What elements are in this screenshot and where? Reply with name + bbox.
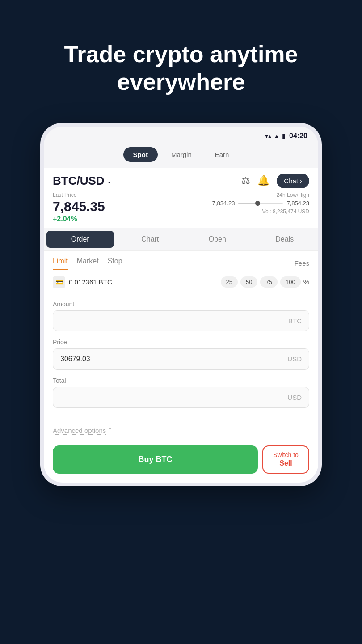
nav-tab-margin[interactable]: Margin (161, 147, 202, 162)
hero-title: Trade crypto anytime everywhere (0, 40, 362, 96)
price-slider (238, 203, 283, 204)
signal-icon: ▲ (274, 132, 280, 140)
switch-to-label: Switch to (267, 451, 305, 459)
tab-row: Order Chart Open Deals (44, 228, 318, 251)
price-value: 30679.03 (60, 355, 90, 363)
balance-row: 💳 0.012361 BTC 25 50 75 100 % (44, 270, 318, 293)
last-price-value: 7,845.35 (53, 199, 105, 214)
scale-icon[interactable]: ⚖ (241, 175, 250, 186)
top-nav: Spot Margin Earn (44, 143, 318, 168)
bottom-buttons: Buy BTC Switch to Sell (44, 441, 318, 483)
price-currency: USD (287, 355, 302, 363)
amount-group: Amount BTC (53, 301, 309, 331)
total-input-row[interactable]: USD (53, 387, 309, 408)
bell-icon[interactable]: 🔔 (257, 175, 269, 186)
price-label: Price (53, 339, 309, 346)
pct-50-button[interactable]: 50 (240, 276, 257, 288)
form-area: Amount BTC Price 30679.03 USD Total (44, 293, 318, 422)
nav-tab-spot[interactable]: Spot (123, 147, 158, 162)
pair-selector[interactable]: BTC/USD ⌄ (53, 174, 112, 188)
volume-text: Vol: 8,235,474 USD (212, 208, 309, 215)
pct-buttons: 25 50 75 100 % (221, 276, 309, 288)
amount-currency: BTC (288, 317, 302, 325)
price-group: Price 30679.03 USD (53, 339, 309, 370)
price-change: +2.04% (53, 215, 105, 223)
amount-label: Amount (53, 301, 309, 308)
tab-chart[interactable]: Chart (117, 228, 184, 250)
phone-screen: ▾▴ ▲ ▮ 04:20 Spot Margin Earn BTC/USD ⌄ … (44, 127, 318, 483)
pct-25-button[interactable]: 25 (221, 276, 238, 288)
buy-button[interactable]: Buy BTC (53, 445, 258, 474)
high-low-label: 24h Low/High (212, 192, 309, 198)
low-price: 7,834.23 (212, 200, 235, 207)
advanced-chevron-icon: ˅ (109, 427, 112, 434)
amount-input-row[interactable]: BTC (53, 310, 309, 331)
order-type-row: Limit Market Stop Fees (44, 251, 318, 270)
balance-value: 0.012361 BTC (69, 278, 112, 286)
pct-100-button[interactable]: 100 (280, 276, 301, 288)
fees-button[interactable]: Fees (295, 259, 309, 267)
nav-tab-earn[interactable]: Earn (205, 147, 239, 162)
tab-order[interactable]: Order (46, 231, 114, 248)
sell-label: Sell (267, 459, 305, 468)
pair-name: BTC/USD (53, 174, 105, 188)
last-price-label: Last Price (53, 192, 105, 198)
balance-left: 💳 0.012361 BTC (53, 276, 112, 288)
pair-header: BTC/USD ⌄ ⚖ 🔔 Chat › Last Price 7,845.35… (44, 168, 318, 228)
battery-icon: ▮ (282, 132, 286, 140)
chat-button[interactable]: Chat › (277, 174, 309, 188)
wifi-icon: ▾▴ (265, 132, 271, 140)
high-low-values: 7,834.23 7,854.23 (212, 200, 309, 207)
switch-to-sell-button[interactable]: Switch to Sell (262, 445, 309, 474)
total-currency: USD (287, 394, 302, 401)
order-type-limit[interactable]: Limit (53, 257, 68, 270)
pct-75-button[interactable]: 75 (260, 276, 277, 288)
pair-chevron-icon: ⌄ (106, 177, 112, 185)
phone-wrapper: ▾▴ ▲ ▮ 04:20 Spot Margin Earn BTC/USD ⌄ … (40, 123, 322, 486)
status-icons: ▾▴ ▲ ▮ (265, 132, 286, 140)
balance-icon: 💳 (53, 276, 65, 288)
pair-actions: ⚖ 🔔 Chat › (241, 174, 309, 188)
high-price: 7,854.23 (286, 200, 309, 207)
order-type-stop[interactable]: Stop (108, 257, 122, 270)
tab-open[interactable]: Open (184, 228, 251, 250)
status-bar: ▾▴ ▲ ▮ 04:20 (44, 127, 318, 143)
total-label: Total (53, 377, 309, 384)
order-type-market[interactable]: Market (77, 257, 99, 270)
price-input-row[interactable]: 30679.03 USD (53, 348, 309, 370)
tab-deals[interactable]: Deals (251, 228, 319, 250)
advanced-options[interactable]: Advanced options ˅ (44, 422, 318, 441)
advanced-options-label: Advanced options (53, 427, 106, 435)
total-group: Total USD (53, 377, 309, 408)
status-time: 04:20 (289, 132, 307, 140)
pct-symbol: % (303, 278, 309, 286)
